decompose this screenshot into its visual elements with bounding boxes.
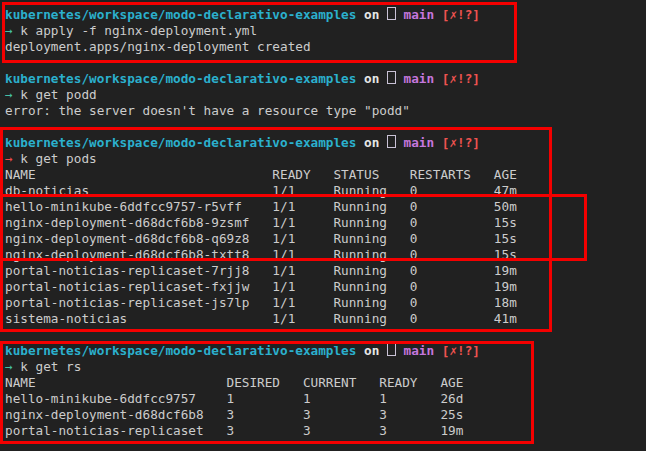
command-line: → k get rs bbox=[5, 359, 646, 375]
prompt-arrow-icon: → bbox=[5, 87, 13, 102]
prompt-on-label: on bbox=[364, 343, 379, 358]
git-status-flags: [✗!?] bbox=[442, 135, 480, 150]
prompt-on-label: on bbox=[364, 135, 379, 150]
output-line: error: the server doesn't have a resourc… bbox=[5, 103, 646, 119]
command-text: k get pods bbox=[13, 151, 97, 166]
table-header-row: NAME READY STATUS RESTARTS AGE bbox=[5, 167, 646, 183]
table-header-row: NAME DESIRED CURRENT READY AGE bbox=[5, 375, 646, 391]
table-row: portal-noticias-replicaset 3 3 3 19m bbox=[5, 423, 646, 439]
git-branch-icon bbox=[387, 343, 396, 356]
prompt-line: kubernetes/workspace/modo-declarativo-ex… bbox=[5, 135, 646, 151]
git-branch-icon bbox=[387, 7, 396, 20]
command-text: k get podd bbox=[13, 87, 97, 102]
command-block: kubernetes/workspace/modo-declarativo-ex… bbox=[5, 343, 646, 439]
table-row: nginx-deployment-d68dcf6b8-q69z8 1/1 Run… bbox=[5, 231, 646, 247]
command-block: kubernetes/workspace/modo-declarativo-ex… bbox=[5, 135, 646, 327]
table-row: nginx-deployment-d68dcf6b8-txtt8 1/1 Run… bbox=[5, 247, 646, 263]
command-line: → k get podd bbox=[5, 87, 646, 103]
prompt-on-label: on bbox=[364, 7, 379, 22]
terminal[interactable]: kubernetes/workspace/modo-declarativo-ex… bbox=[0, 0, 646, 451]
command-block: kubernetes/workspace/modo-declarativo-ex… bbox=[5, 71, 646, 119]
table-row: nginx-deployment-d68dcf6b8 3 3 3 25s bbox=[5, 407, 646, 423]
prompt-line: kubernetes/workspace/modo-declarativo-ex… bbox=[5, 7, 646, 23]
prompt-arrow-icon: → bbox=[5, 359, 13, 374]
prompt-on-label: on bbox=[364, 71, 379, 86]
git-branch-name: main bbox=[404, 71, 435, 86]
table-row: db-noticias 1/1 Running 0 47m bbox=[5, 183, 646, 199]
prompt-path: kubernetes/workspace/modo-declarativo-ex… bbox=[5, 71, 356, 86]
table-row: sistema-noticias 1/1 Running 0 41m bbox=[5, 311, 646, 327]
table-row: nginx-deployment-d68dcf6b8-9zsmf 1/1 Run… bbox=[5, 215, 646, 231]
prompt-path: kubernetes/workspace/modo-declarativo-ex… bbox=[5, 7, 356, 22]
git-status-flags: [✗!?] bbox=[442, 7, 480, 22]
table-row: hello-minikube-6ddfcc9757 1 1 1 26d bbox=[5, 391, 646, 407]
git-branch-name: main bbox=[404, 7, 435, 22]
prompt-path: kubernetes/workspace/modo-declarativo-ex… bbox=[5, 343, 356, 358]
table-row: portal-noticias-replicaset-fxjjw 1/1 Run… bbox=[5, 279, 646, 295]
command-text: k apply -f nginx-deployment.yml bbox=[13, 23, 257, 38]
prompt-path: kubernetes/workspace/modo-declarativo-ex… bbox=[5, 135, 356, 150]
output-line: deployment.apps/nginx-deployment created bbox=[5, 39, 646, 55]
prompt-arrow-icon: → bbox=[5, 151, 13, 166]
command-line: → k get pods bbox=[5, 151, 646, 167]
git-branch-name: main bbox=[404, 135, 435, 150]
git-branch-name: main bbox=[404, 343, 435, 358]
prompt-line: kubernetes/workspace/modo-declarativo-ex… bbox=[5, 71, 646, 87]
prompt-arrow-icon: → bbox=[5, 23, 13, 38]
git-status-flags: [✗!?] bbox=[442, 71, 480, 86]
git-branch-icon bbox=[387, 71, 396, 84]
table-row: hello-minikube-6ddfcc9757-r5vff 1/1 Runn… bbox=[5, 199, 646, 215]
prompt-line: kubernetes/workspace/modo-declarativo-ex… bbox=[5, 343, 646, 359]
command-text: k get rs bbox=[13, 359, 82, 374]
git-branch-icon bbox=[387, 135, 396, 148]
command-block: kubernetes/workspace/modo-declarativo-ex… bbox=[5, 7, 646, 55]
table-row: portal-noticias-replicaset-js7lp 1/1 Run… bbox=[5, 295, 646, 311]
table-row: portal-noticias-replicaset-7rjj8 1/1 Run… bbox=[5, 263, 646, 279]
command-line: → k apply -f nginx-deployment.yml bbox=[5, 23, 646, 39]
git-status-flags: [✗!?] bbox=[442, 343, 480, 358]
